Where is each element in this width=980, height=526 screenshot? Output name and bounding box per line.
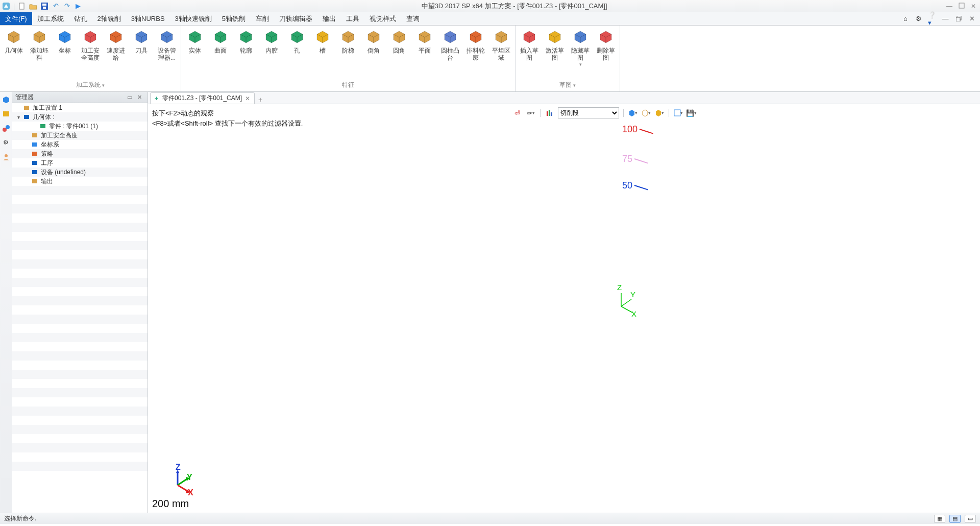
tree-row[interactable]: 输出 bbox=[12, 177, 148, 186]
settings-icon[interactable]: ⚙ bbox=[915, 15, 923, 23]
tree-row[interactable] bbox=[12, 278, 148, 287]
tree-row[interactable] bbox=[12, 370, 148, 379]
menu-file[interactable]: 文件(F) bbox=[0, 12, 32, 25]
menu-proc[interactable]: 加工系统 bbox=[32, 12, 69, 25]
tree-row[interactable] bbox=[12, 361, 148, 370]
tree-row[interactable] bbox=[12, 462, 148, 471]
ribbon-cavity-button[interactable]: 内腔 bbox=[260, 27, 283, 54]
ribbon-add-blank-button[interactable]: 添加坯 料 bbox=[28, 27, 51, 61]
status-btn-1[interactable]: ▦ bbox=[934, 515, 945, 523]
tree-row[interactable] bbox=[12, 269, 148, 278]
status-btn-3[interactable]: ▭ bbox=[965, 515, 976, 523]
viewport[interactable]: 按下<F2>动态的观察 <F8>或者<Shift-roll> 查找下一个有效的过… bbox=[148, 104, 980, 513]
side-user-icon[interactable] bbox=[2, 152, 11, 161]
status-btn-2[interactable]: ▤ bbox=[949, 515, 961, 523]
ribbon-boss-button[interactable]: 圆柱凸 台 bbox=[438, 27, 462, 61]
child-restore-icon[interactable] bbox=[954, 15, 963, 23]
side-box-icon[interactable] bbox=[2, 109, 11, 118]
ribbon-hole-button[interactable]: 孔 bbox=[285, 27, 309, 54]
menu-3fast[interactable]: 3轴快速铣削 bbox=[170, 12, 217, 25]
new-file-icon[interactable] bbox=[18, 2, 26, 10]
tree-row[interactable]: 策略 bbox=[12, 149, 148, 158]
menu-3nurbs[interactable]: 3轴NURBS bbox=[126, 12, 170, 25]
tree-row[interactable]: ▾几何体 : bbox=[12, 112, 148, 122]
vt-cube2-icon[interactable] bbox=[641, 108, 651, 118]
tree-row[interactable] bbox=[12, 342, 148, 351]
ribbon-geometry-button[interactable]: 几何体 bbox=[2, 27, 26, 54]
tree-row[interactable] bbox=[12, 397, 148, 407]
tree-row[interactable] bbox=[12, 333, 148, 342]
tree-row[interactable] bbox=[12, 425, 148, 434]
tree-row[interactable] bbox=[12, 443, 148, 452]
vt-frame-icon[interactable] bbox=[673, 108, 683, 118]
tree-row[interactable] bbox=[12, 223, 148, 232]
menu-2axis[interactable]: 2轴铣削 bbox=[92, 12, 126, 25]
tree-row[interactable]: 加工安全高度 bbox=[12, 131, 148, 140]
child-close-icon[interactable]: ✕ bbox=[968, 15, 976, 23]
ribbon-nest-prof-button[interactable]: 排料轮 廓 bbox=[464, 27, 487, 61]
run-icon[interactable]: ▶ bbox=[74, 2, 82, 10]
ribbon-feed-button[interactable]: 速度进 给 bbox=[104, 27, 128, 61]
menu-drill[interactable]: 钻孔 bbox=[69, 12, 92, 25]
ribbon-profile-button[interactable]: 轮廓 bbox=[234, 27, 258, 54]
tree-row[interactable] bbox=[12, 324, 148, 333]
ribbon-chamfer-button[interactable]: 倒角 bbox=[362, 27, 385, 54]
side-cube-icon[interactable] bbox=[2, 95, 11, 104]
close-icon[interactable]: ✕ bbox=[971, 3, 978, 10]
tree-row[interactable] bbox=[12, 195, 148, 204]
tree-row[interactable]: 坐标系 bbox=[12, 140, 148, 149]
vt-save-icon[interactable]: 💾 bbox=[687, 108, 697, 118]
side-gear-icon[interactable]: ⚙ bbox=[2, 138, 11, 147]
menu-toolpath[interactable]: 刀轨编辑器 bbox=[274, 12, 317, 25]
tree-row[interactable] bbox=[12, 388, 148, 397]
tree-row[interactable] bbox=[12, 434, 148, 443]
ribbon-cutter-button[interactable]: 刀具 bbox=[130, 27, 153, 54]
ribbon-solid-button[interactable]: 实体 bbox=[183, 27, 207, 54]
vt-cube1-icon[interactable] bbox=[628, 108, 638, 118]
ribbon-insert-sk-button[interactable]: 插入草 图 bbox=[518, 27, 541, 61]
tree-row[interactable] bbox=[12, 315, 148, 324]
tree-row[interactable] bbox=[12, 287, 148, 296]
minimize-icon[interactable]: — bbox=[946, 3, 953, 10]
vt-eraser-icon[interactable]: ✏ bbox=[526, 108, 536, 118]
ribbon-safe-h-button[interactable]: 加工安 全高度 bbox=[79, 27, 102, 61]
tree-row[interactable] bbox=[12, 259, 148, 269]
panel-close-icon[interactable]: ✕ bbox=[137, 94, 144, 101]
undo-icon[interactable]: ↶ bbox=[52, 2, 60, 10]
ribbon-hide-sk-button[interactable]: 隐藏草 图▾ bbox=[569, 27, 592, 69]
manager-tree[interactable]: 加工设置 1▾几何体 :零件 : 零件001 (1)加工安全高度坐标系策略工序设… bbox=[12, 103, 148, 513]
tab-add-button[interactable]: + bbox=[255, 95, 266, 104]
tab-close-icon[interactable]: ✕ bbox=[245, 95, 250, 102]
panel-undock-icon[interactable]: ▭ bbox=[127, 94, 134, 101]
tree-row[interactable] bbox=[12, 407, 148, 416]
vt-exit-icon[interactable]: ⏎ bbox=[512, 108, 523, 118]
tree-row[interactable] bbox=[12, 186, 148, 195]
tree-row[interactable] bbox=[12, 232, 148, 241]
tree-row[interactable] bbox=[12, 305, 148, 315]
menu-vstyle[interactable]: 视觉样式 bbox=[364, 12, 401, 25]
tree-row[interactable] bbox=[12, 213, 148, 223]
vt-cube3-icon[interactable] bbox=[654, 108, 665, 118]
ribbon-slot-button[interactable]: 槽 bbox=[311, 27, 334, 54]
redo-icon[interactable]: ↷ bbox=[63, 2, 71, 10]
maximize-icon[interactable] bbox=[959, 3, 966, 10]
tree-row[interactable] bbox=[12, 452, 148, 462]
ribbon-coord-button[interactable]: 坐标 bbox=[53, 27, 77, 54]
tree-row[interactable] bbox=[12, 241, 148, 250]
ribbon-flat-button[interactable]: 平坦区 域 bbox=[489, 27, 513, 61]
ribbon-equip-button[interactable]: 设备管 理器... bbox=[155, 27, 179, 61]
ribbon-plane-button[interactable]: 平面 bbox=[413, 27, 436, 54]
side-coords-icon[interactable] bbox=[2, 124, 11, 133]
help-icon[interactable]: ❔ ▾ bbox=[928, 15, 936, 23]
ribbon-fillet-button[interactable]: 圆角 bbox=[387, 27, 411, 54]
tree-row[interactable]: 零件 : 零件001 (1) bbox=[12, 122, 148, 131]
menu-output[interactable]: 输出 bbox=[317, 12, 341, 25]
open-file-icon[interactable] bbox=[29, 2, 37, 10]
tree-row[interactable]: 工序 bbox=[12, 158, 148, 168]
save-icon[interactable] bbox=[40, 2, 48, 10]
menu-tool[interactable]: 工具 bbox=[341, 12, 364, 25]
tree-row[interactable] bbox=[12, 351, 148, 361]
home-icon[interactable]: ⌂ bbox=[901, 15, 910, 23]
ribbon-delete-sk-button[interactable]: 删除草 图 bbox=[594, 27, 618, 61]
app-icon[interactable] bbox=[2, 2, 10, 10]
